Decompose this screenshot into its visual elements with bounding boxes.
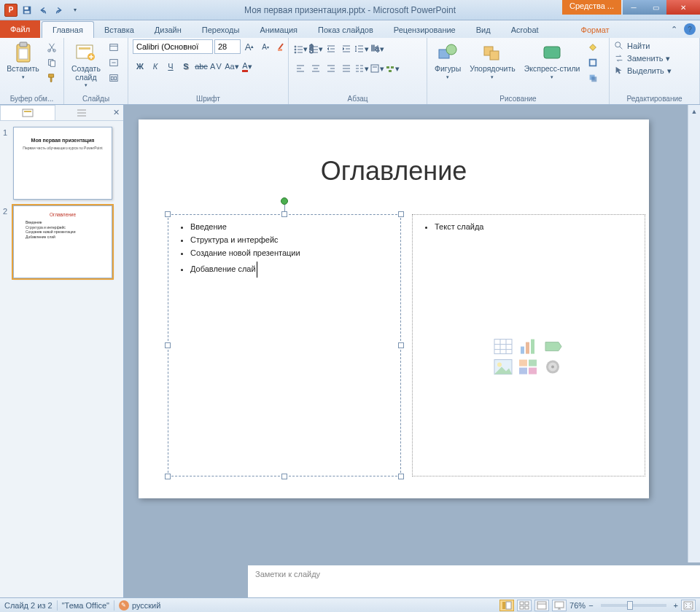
resize-handle[interactable] bbox=[398, 342, 404, 348]
close-button[interactable]: ✕ bbox=[666, 0, 700, 15]
zoom-slider[interactable] bbox=[601, 604, 666, 607]
shape-effects-icon[interactable] bbox=[586, 71, 600, 85]
resize-handle[interactable] bbox=[165, 211, 171, 217]
slides-tab[interactable] bbox=[0, 105, 55, 120]
decrease-indent-icon[interactable] bbox=[324, 42, 338, 56]
maximize-button[interactable]: ▭ bbox=[645, 0, 666, 15]
undo-icon[interactable] bbox=[36, 4, 50, 17]
spellcheck-icon[interactable]: ✎ bbox=[119, 600, 129, 611]
tab-transitions[interactable]: Переходы bbox=[192, 21, 250, 38]
format-painter-icon[interactable] bbox=[44, 71, 59, 85]
quick-styles-button[interactable]: Экспресс-стили▾ bbox=[521, 39, 583, 82]
zoom-level[interactable]: 76% bbox=[569, 601, 586, 610]
cut-icon[interactable] bbox=[44, 41, 59, 54]
font-size-input[interactable] bbox=[214, 39, 241, 54]
help-icon[interactable]: ? bbox=[684, 23, 696, 35]
resize-handle[interactable] bbox=[398, 211, 404, 217]
file-tab[interactable]: Файл bbox=[0, 20, 40, 38]
scroll-up-icon[interactable]: ▲ bbox=[688, 105, 700, 117]
thumbnail-2[interactable]: 2 Оглавление Введение Структура и интерф… bbox=[3, 205, 120, 278]
layout-icon[interactable] bbox=[106, 41, 121, 54]
outline-tab[interactable] bbox=[55, 105, 109, 120]
minimize-button[interactable]: ─ bbox=[623, 0, 645, 15]
align-center-icon[interactable] bbox=[308, 61, 323, 76]
qat-dropdown-icon[interactable]: ▾ bbox=[69, 4, 82, 17]
shape-fill-icon[interactable] bbox=[586, 41, 600, 54]
tab-format[interactable]: Формат bbox=[571, 21, 620, 38]
increase-indent-icon[interactable] bbox=[339, 42, 354, 56]
section-icon[interactable] bbox=[106, 71, 121, 85]
thumbnail-1[interactable]: 1 Моя первая призентация Первая часть об… bbox=[3, 127, 120, 200]
reset-icon[interactable] bbox=[106, 56, 121, 69]
redo-icon[interactable] bbox=[52, 4, 66, 17]
sorter-view-button[interactable] bbox=[517, 600, 532, 611]
tab-animation[interactable]: Анимация bbox=[249, 21, 308, 38]
columns-icon[interactable]: ▾ bbox=[354, 61, 369, 76]
content-textbox-left[interactable]: Введение Структура и интерфейс Создание … bbox=[168, 214, 401, 476]
replace-button[interactable]: Заменить▾ bbox=[614, 53, 672, 63]
language-label[interactable]: русский bbox=[132, 601, 160, 610]
italic-button[interactable]: К bbox=[148, 59, 163, 74]
insert-clipart-icon[interactable] bbox=[518, 358, 538, 376]
grow-font-icon[interactable]: A▴ bbox=[242, 39, 257, 54]
font-color-icon[interactable]: A▾ bbox=[240, 59, 254, 74]
char-spacing-icon[interactable]: AV bbox=[209, 59, 224, 74]
select-button[interactable]: Выделить▾ bbox=[614, 66, 672, 76]
insert-picture-icon[interactable] bbox=[493, 358, 513, 376]
zoom-out-button[interactable]: − bbox=[588, 601, 593, 610]
bold-button[interactable]: Ж bbox=[133, 59, 147, 74]
close-panel-icon[interactable]: ✕ bbox=[109, 105, 123, 120]
reading-view-button[interactable] bbox=[534, 600, 549, 611]
tab-design[interactable]: Дизайн bbox=[144, 21, 192, 38]
bullets-icon[interactable]: ▾ bbox=[293, 42, 308, 56]
line-spacing-icon[interactable]: ▾ bbox=[354, 42, 369, 56]
numbering-icon[interactable]: 123▾ bbox=[308, 42, 323, 56]
strike-button[interactable]: abc bbox=[194, 59, 209, 74]
tab-acrobat[interactable]: Acrobat bbox=[501, 21, 549, 38]
resize-handle[interactable] bbox=[165, 342, 171, 348]
insert-chart-icon[interactable] bbox=[518, 338, 538, 356]
normal-view-button[interactable] bbox=[499, 600, 514, 611]
new-slide-button[interactable]: Создать слайд ▾ bbox=[69, 39, 104, 90]
insert-table-icon[interactable] bbox=[493, 338, 513, 356]
slideshow-view-button[interactable] bbox=[552, 600, 567, 611]
minimize-ribbon-icon[interactable]: ⌃ bbox=[668, 23, 680, 35]
resize-handle[interactable] bbox=[281, 211, 287, 217]
align-left-icon[interactable] bbox=[293, 61, 308, 76]
tab-insert[interactable]: Вставка bbox=[94, 21, 144, 38]
find-button[interactable]: Найти bbox=[614, 41, 672, 51]
insert-media-icon[interactable] bbox=[542, 358, 563, 376]
paste-button[interactable]: Вставить ▾ bbox=[4, 39, 42, 82]
insert-smartart-icon[interactable] bbox=[542, 338, 563, 356]
zoom-in-button[interactable]: + bbox=[674, 601, 678, 610]
shape-outline-icon[interactable] bbox=[586, 56, 600, 69]
save-icon[interactable] bbox=[20, 4, 34, 17]
vertical-scrollbar[interactable]: ▲ ▼ ⏶ ⏷ bbox=[688, 105, 700, 597]
text-direction-icon[interactable]: lla▾ bbox=[370, 42, 384, 56]
shrink-font-icon[interactable]: A▾ bbox=[258, 39, 273, 54]
underline-button[interactable]: Ч bbox=[163, 59, 178, 74]
smartart-icon[interactable]: ▾ bbox=[385, 61, 400, 76]
shapes-button[interactable]: Фигуры▾ bbox=[432, 39, 464, 82]
tab-view[interactable]: Вид bbox=[466, 21, 501, 38]
shadow-button[interactable]: S bbox=[179, 59, 193, 74]
notes-pane[interactable]: Заметки к слайду bbox=[248, 562, 700, 597]
align-right-icon[interactable] bbox=[324, 61, 338, 76]
arrange-button[interactable]: Упорядочить▾ bbox=[467, 39, 518, 82]
rotate-handle[interactable] bbox=[281, 197, 288, 205]
tab-slideshow[interactable]: Показ слайдов bbox=[308, 21, 384, 38]
fit-window-button[interactable] bbox=[681, 600, 696, 611]
change-case-icon[interactable]: Aa▾ bbox=[225, 59, 239, 74]
bullet-list[interactable]: Введение Структура и интерфейс Создание … bbox=[168, 215, 400, 289]
align-text-icon[interactable]: ▾ bbox=[370, 61, 384, 76]
justify-icon[interactable] bbox=[339, 61, 354, 76]
font-name-input[interactable] bbox=[133, 39, 213, 54]
resize-handle[interactable] bbox=[281, 474, 287, 479]
copy-icon[interactable] bbox=[44, 56, 59, 69]
content-placeholder-right[interactable]: Текст слайда bbox=[412, 214, 645, 476]
resize-handle[interactable] bbox=[165, 474, 171, 479]
slide[interactable]: Оглавление Введение Структура и интер bbox=[139, 119, 649, 498]
slide-title[interactable]: Оглавление bbox=[139, 156, 649, 187]
tab-review[interactable]: Рецензирование bbox=[384, 21, 466, 38]
clear-format-icon[interactable] bbox=[274, 39, 289, 54]
